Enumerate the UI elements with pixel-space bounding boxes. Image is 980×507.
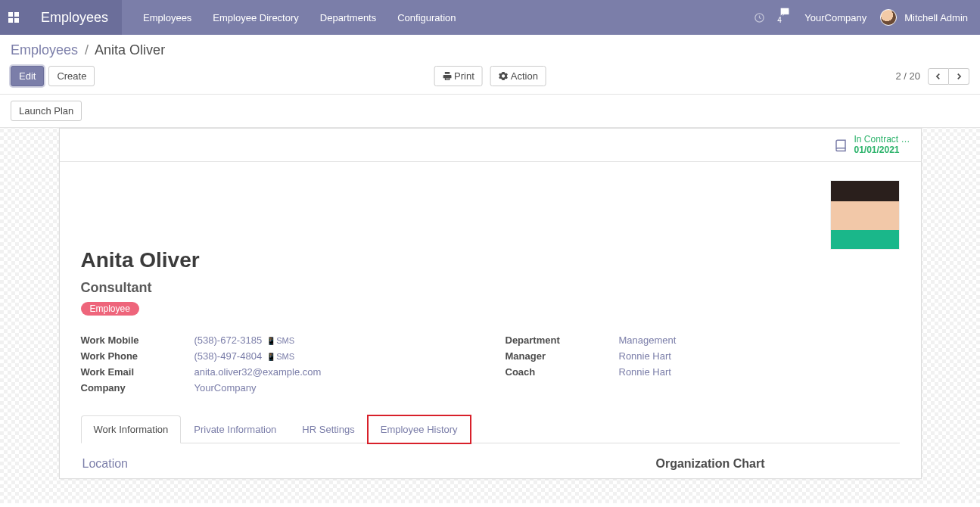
employee-tag[interactable]: Employee bbox=[81, 302, 139, 316]
app-name[interactable]: Employees bbox=[27, 0, 122, 35]
sms-link-phone[interactable]: SMS bbox=[266, 352, 294, 361]
status-bar: In Contract … 01/01/2021 bbox=[60, 129, 921, 162]
department-value[interactable]: Management bbox=[619, 334, 677, 346]
pager-next[interactable] bbox=[949, 68, 969, 85]
field-manager: Manager Ronnie Hart bbox=[506, 348, 900, 364]
action-button[interactable]: Action bbox=[490, 66, 546, 86]
breadcrumb-bar: Employees / Anita Oliver bbox=[0, 35, 980, 63]
coach-value[interactable]: Ronnie Hart bbox=[619, 366, 671, 378]
nav-links: Employees Employee Directory Departments… bbox=[143, 12, 456, 23]
sms-link-mobile[interactable]: SMS bbox=[266, 336, 294, 345]
nav-right: 4 YourCompany Mitchell Admin bbox=[754, 6, 980, 30]
tabs: Work Information Private Information HR … bbox=[81, 415, 900, 443]
employee-name: Anita Oliver bbox=[81, 248, 900, 272]
create-button[interactable]: Create bbox=[48, 66, 95, 86]
nav-link-departments[interactable]: Departments bbox=[320, 12, 376, 23]
apps-grid-icon bbox=[8, 12, 19, 23]
launch-plan-button[interactable]: Launch Plan bbox=[11, 101, 82, 121]
user-name: Mitchell Admin bbox=[904, 12, 968, 23]
tab-hr-settings[interactable]: HR Settings bbox=[289, 415, 367, 443]
info-col-right: Department Management Manager Ronnie Har… bbox=[506, 332, 900, 396]
print-button[interactable]: Print bbox=[434, 66, 483, 86]
info-columns: Work Mobile (538)-672-3185 SMS Work Phon… bbox=[81, 332, 900, 396]
svg-rect-3 bbox=[14, 18, 19, 23]
svg-rect-0 bbox=[8, 12, 13, 17]
content-area[interactable]: Launch Plan In Contract … 01/01/2021 Ani… bbox=[0, 95, 980, 503]
contract-icon[interactable] bbox=[834, 138, 848, 152]
contract-date: 01/01/2021 bbox=[854, 145, 910, 156]
pager-prev[interactable] bbox=[928, 68, 949, 85]
nav-link-configuration[interactable]: Configuration bbox=[397, 12, 456, 23]
company-selector[interactable]: YourCompany bbox=[804, 12, 866, 23]
messaging-button[interactable]: 4 bbox=[779, 6, 791, 30]
form-sheet: In Contract … 01/01/2021 Anita Oliver Co… bbox=[59, 128, 922, 479]
apps-menu-button[interactable] bbox=[0, 0, 27, 35]
company-value[interactable]: YourCompany bbox=[194, 382, 257, 393]
manager-value[interactable]: Ronnie Hart bbox=[619, 350, 671, 362]
gear-icon bbox=[499, 71, 509, 81]
field-work-mobile: Work Mobile (538)-672-3185 SMS bbox=[81, 332, 475, 348]
contract-status[interactable]: In Contract … 01/01/2021 bbox=[854, 135, 910, 156]
chevron-right-icon bbox=[955, 72, 963, 81]
field-work-email: Work Email anita.oliver32@example.com bbox=[81, 364, 475, 380]
work-email-value[interactable]: anita.oliver32@example.com bbox=[194, 366, 322, 378]
info-col-left: Work Mobile (538)-672-3185 SMS Work Phon… bbox=[81, 332, 475, 396]
svg-rect-1 bbox=[14, 12, 19, 17]
edit-button[interactable]: Edit bbox=[11, 66, 44, 86]
tab-employee-history[interactable]: Employee History bbox=[368, 415, 471, 443]
breadcrumb: Employees / Anita Oliver bbox=[11, 42, 969, 58]
employee-title: Consultant bbox=[81, 280, 900, 296]
breadcrumb-current: Anita Oliver bbox=[95, 42, 165, 58]
section-org-chart: Organization Chart bbox=[656, 457, 898, 471]
pager-buttons bbox=[928, 68, 969, 85]
breadcrumb-separator: / bbox=[82, 42, 92, 58]
top-nav: Employees Employees Employee Directory D… bbox=[0, 0, 980, 35]
section-location: Location bbox=[82, 457, 656, 471]
user-avatar-icon bbox=[880, 9, 897, 26]
svg-rect-2 bbox=[8, 18, 13, 23]
nav-link-employees[interactable]: Employees bbox=[143, 12, 191, 23]
work-mobile-value[interactable]: (538)-672-3185 bbox=[194, 334, 263, 346]
toolbar: Edit Create Print Action 2 / 20 bbox=[0, 63, 980, 95]
field-company: Company YourCompany bbox=[81, 380, 475, 396]
sheet-body: Anita Oliver Consultant Employee Work Mo… bbox=[60, 162, 921, 478]
tab-work-information[interactable]: Work Information bbox=[81, 415, 182, 443]
field-coach: Coach Ronnie Hart bbox=[506, 364, 900, 380]
field-work-phone: Work Phone (538)-497-4804 SMS bbox=[81, 348, 475, 364]
nav-link-directory[interactable]: Employee Directory bbox=[213, 12, 298, 23]
pager-text[interactable]: 2 / 20 bbox=[895, 70, 920, 82]
tab-private-information[interactable]: Private Information bbox=[181, 415, 289, 443]
work-phone-value[interactable]: (538)-497-4804 bbox=[194, 350, 263, 362]
user-menu[interactable]: Mitchell Admin bbox=[880, 9, 968, 26]
tab-body: Location Organization Chart bbox=[81, 443, 900, 471]
clock-icon[interactable] bbox=[754, 12, 765, 23]
print-icon bbox=[442, 71, 452, 81]
field-department: Department Management bbox=[506, 332, 900, 348]
message-count: 4 bbox=[777, 16, 782, 24]
contract-status-label: In Contract … bbox=[854, 134, 910, 145]
chevron-left-icon bbox=[935, 72, 942, 81]
employee-photo[interactable] bbox=[830, 180, 900, 250]
breadcrumb-root[interactable]: Employees bbox=[11, 42, 78, 58]
